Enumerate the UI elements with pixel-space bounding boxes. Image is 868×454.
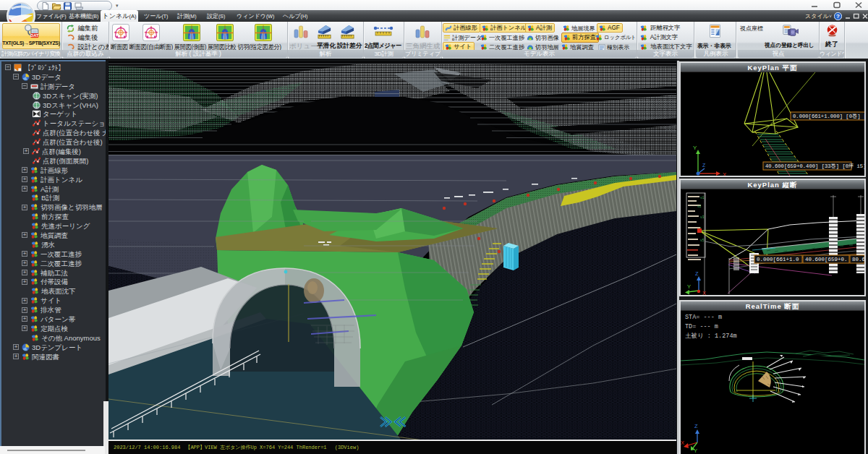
svg-text:土被り : 1.274m: 土被り : 1.274m <box>685 332 737 340</box>
svg-text:X: X <box>723 171 727 176</box>
svg-text:X: X <box>681 440 684 446</box>
svg-text:STA= --- m: STA= --- m <box>685 314 722 321</box>
svg-text:Y: Y <box>693 145 697 151</box>
svg-text:Y: Y <box>694 447 697 454</box>
svg-text:v1: v1 <box>700 196 705 200</box>
svg-text:TD= --- m: TD= --- m <box>685 323 718 330</box>
svg-text:v3: v3 <box>700 215 705 219</box>
svg-text:Z: Z <box>702 163 706 168</box>
svg-text:X: X <box>702 290 706 295</box>
svg-text:40.600[659+0.400] [33巻] [0坪 i5: 40.600[659+0.400] [33巻] [0坪 i5] <box>765 163 864 169</box>
svg-text:Z: Z <box>694 423 698 429</box>
svg-text:0.000[661+1.0: 0.000[661+1.0 <box>757 257 799 262</box>
svg-text:?: ? <box>836 13 840 20</box>
svg-text:v2: v2 <box>697 205 702 208</box>
svg-text:0.000[661+1.000] [0巻] [明り: 0.000[661+1.000] [0巻] [明り <box>793 113 864 119</box>
svg-text:Y: Y <box>687 283 691 290</box>
svg-text:40.600[659+0.: 40.600[659+0. <box>805 257 848 262</box>
svg-text:v5: v5 <box>700 239 705 242</box>
svg-text:Z: Z <box>695 270 699 277</box>
svg-text:80.6: 80.6 <box>852 257 864 262</box>
